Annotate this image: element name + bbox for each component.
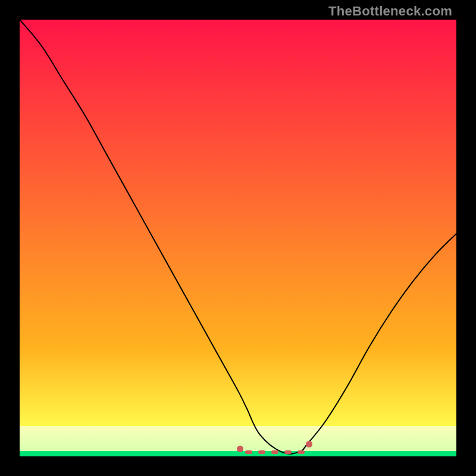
flat-end-knob <box>237 446 243 452</box>
chart-frame: TheBottleneck.com <box>0 0 476 476</box>
plot-area <box>20 20 456 456</box>
flat-dash <box>258 450 265 454</box>
flat-dash <box>298 450 305 454</box>
background-bands <box>20 20 456 456</box>
band-bad-top <box>20 20 456 347</box>
watermark-label: TheBottleneck.com <box>328 4 452 19</box>
band-ok-mid <box>20 347 456 426</box>
band-good-low <box>20 426 456 452</box>
flat-dash <box>245 450 252 454</box>
flat-end-knob <box>306 441 312 447</box>
sweetspot-marker <box>20 20 456 456</box>
flat-dash <box>284 450 292 454</box>
band-sweet-bottom <box>20 451 456 456</box>
bottleneck-curve <box>20 20 456 456</box>
flat-dash <box>271 450 278 454</box>
